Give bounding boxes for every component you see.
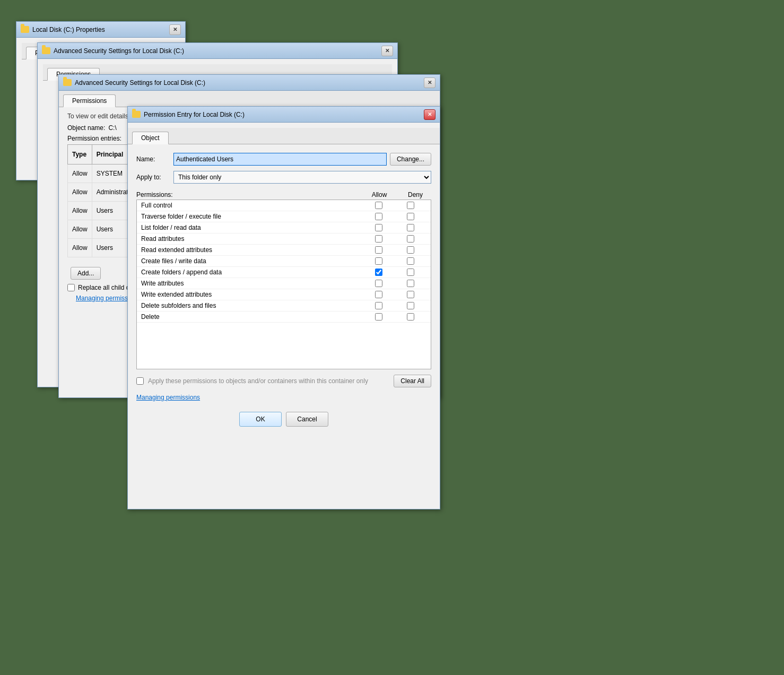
permission-row: Read extended attributes [137,245,431,256]
win3-object-name-value: C:\ [108,124,116,132]
win3-object-name-label: Object name: [67,124,105,132]
allow-checkbox[interactable] [375,213,382,220]
deny-checkbox[interactable] [407,246,414,254]
allow-checkbox[interactable] [375,280,382,287]
deny-checkbox[interactable] [407,291,414,298]
permission-row: Traverse folder / execute file [137,211,431,222]
permission-row: Delete subfolders and files [137,300,431,311]
permission-name: Delete [141,313,363,321]
win4-apply-objects-row: Apply these permissions to objects and/o… [128,369,440,391]
win4-permissions-table: Full controlTraverse folder / execute fi… [136,200,431,369]
deny-checkbox[interactable] [407,313,414,321]
allow-checkbox[interactable] [375,302,382,309]
win1-title: Local Disk (C:) Properties [32,26,169,33]
permission-name: Read extended attributes [141,246,363,254]
win4-name-label: Name: [136,155,173,163]
permission-entry-window: Permission Entry for Local Disk (C:) ✕ O… [127,106,440,509]
allow-checkbox[interactable] [375,291,382,298]
win4-perm-header-row: Permissions: Allow Deny [128,189,440,200]
permission-name: Full control [141,202,363,209]
deny-checkbox[interactable] [407,269,414,276]
win4-tab-object[interactable]: Object [132,132,169,144]
win3-add-button[interactable]: Add... [71,267,101,280]
permission-row: Write extended attributes [137,289,431,300]
win4-form: Name: Change... Apply to: This folder on… [128,144,440,435]
win4-apply-objects-checkbox[interactable] [136,377,144,385]
allow-checkbox[interactable] [375,269,382,276]
col-type: Type [68,145,92,165]
win4-name-input[interactable] [173,153,387,166]
win1-titlebar: Local Disk (C:) Properties ✕ [16,22,185,38]
allow-checkbox[interactable] [375,202,382,209]
win4-apply-to-label: Apply to: [136,174,173,181]
deny-checkbox[interactable] [407,302,414,309]
permission-name: Create files / write data [141,257,363,265]
permission-name: Create folders / append data [141,269,363,276]
win4-allow-label: Allow [359,191,399,198]
permission-name: Read attributes [141,235,363,243]
win3-tab-permissions[interactable]: Permissions [63,94,116,107]
win3-title: Advanced Security Settings for Local Dis… [75,79,424,86]
deny-checkbox[interactable] [407,280,414,287]
allow-checkbox[interactable] [375,246,382,254]
deny-checkbox[interactable] [407,202,414,209]
win4-clear-all-button[interactable]: Clear All [394,375,431,387]
win4-title: Permission Entry for Local Disk (C:) [144,111,424,118]
permission-row: Read attributes [137,233,431,245]
win3-icon [63,79,72,86]
win2-title: Advanced Security Settings for Local Dis… [54,47,381,55]
win4-apply-to-row: Apply to: This folder onlyThis folder, s… [128,171,440,184]
permission-row: Write attributes [137,278,431,289]
deny-checkbox[interactable] [407,213,414,220]
permission-name: Delete subfolders and files [141,302,363,309]
win4-permissions-label: Permissions: [136,191,359,198]
win4-content: Object Name: Change... Apply to: This fo… [128,123,440,435]
win4-managing-link[interactable]: Managing permissions [128,391,440,404]
win3-replace-checkbox[interactable] [67,284,75,291]
win4-deny-label: Deny [399,191,431,198]
win3-close-button[interactable]: ✕ [424,77,435,88]
deny-checkbox[interactable] [407,224,414,231]
permission-row: List folder / read data [137,222,431,233]
permission-name: List folder / read data [141,224,363,231]
win3-titlebar: Advanced Security Settings for Local Dis… [59,75,440,91]
win4-close-button[interactable]: ✕ [424,109,435,120]
win4-cancel-button[interactable]: Cancel [286,412,328,427]
win1-icon [21,26,29,33]
permission-name: Write attributes [141,280,363,287]
permission-row: Create folders / append data [137,267,431,278]
deny-checkbox[interactable] [407,235,414,243]
allow-checkbox[interactable] [375,313,382,321]
permission-row: Full control [137,200,431,211]
win4-change-button[interactable]: Change... [390,153,431,166]
win3-tab-bar: Permissions [59,91,440,107]
deny-checkbox[interactable] [407,257,414,265]
win1-close-button[interactable]: ✕ [169,24,181,35]
win4-apply-objects-label: Apply these permissions to objects and/o… [148,377,368,385]
win2-close-button[interactable]: ✕ [381,46,393,56]
win4-ok-button[interactable]: OK [239,412,282,427]
allow-checkbox[interactable] [375,235,382,243]
win4-titlebar: Permission Entry for Local Disk (C:) ✕ [128,107,440,123]
win2-titlebar: Advanced Security Settings for Local Dis… [38,43,397,59]
win4-apply-to-select[interactable]: This folder onlyThis folder, subfolders … [173,171,431,184]
permission-name: Write extended attributes [141,291,363,298]
permission-name: Traverse folder / execute file [141,213,363,220]
allow-checkbox[interactable] [375,257,382,265]
win4-tab-bar: Object [128,128,440,144]
win4-icon [132,111,141,118]
allow-checkbox[interactable] [375,224,382,231]
permission-row: Delete [137,311,431,323]
permission-row: Create files / write data [137,256,431,267]
win4-dialog-buttons: OK Cancel [128,404,440,435]
win2-icon [42,47,50,54]
win4-name-row: Name: Change... [128,153,440,166]
